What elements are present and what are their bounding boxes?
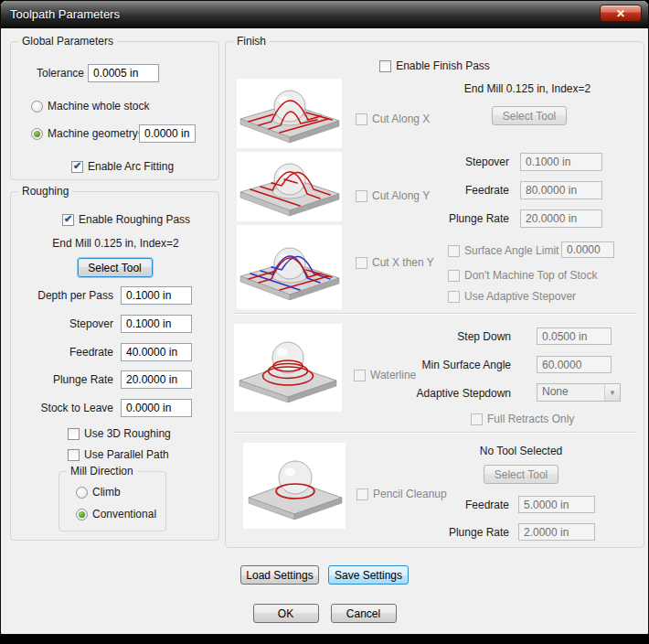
roughing-title: Roughing: [18, 185, 72, 199]
tolerance-input[interactable]: [88, 64, 159, 82]
surface-angle-limit-checkbox[interactable]: Surface Angle Limit: [448, 243, 559, 258]
dont-machine-top-checkbox[interactable]: Don't Machine Top of Stock: [448, 268, 597, 283]
cut-x-then-y-label: Cut X then Y: [372, 256, 434, 269]
finish-divider-2: [233, 432, 636, 434]
cancel-button[interactable]: Cancel: [331, 604, 397, 623]
mill-direction-group: Mill Direction Climb Conventional: [59, 471, 166, 531]
cut-along-x-preview: [237, 79, 342, 148]
cut-x-then-y-checkbox[interactable]: Cut X then Y: [356, 255, 434, 270]
finish-divider-1: [233, 313, 636, 315]
save-settings-button[interactable]: Save Settings: [328, 565, 409, 585]
tolerance-label: Tolerance: [37, 67, 84, 80]
roughing-plunge-rate-label: Plunge Rate: [11, 373, 113, 387]
roughing-plunge-rate-input[interactable]: [121, 370, 192, 389]
checkbox-box: [379, 60, 391, 72]
climb-radio[interactable]: Climb: [76, 485, 121, 499]
finish-stepover-label: Stepover: [381, 156, 509, 169]
pencil-plunge-rate-input[interactable]: [518, 523, 595, 541]
mill-direction-title: Mill Direction: [67, 465, 137, 478]
min-surface-angle-input[interactable]: [537, 356, 612, 373]
finish-tool-info: End Mill 0.125 in, Index=2: [409, 82, 646, 96]
load-settings-button[interactable]: Load Settings: [240, 565, 319, 585]
finish-select-tool-button[interactable]: Select Tool: [492, 106, 567, 125]
surface-angle-limit-label: Surface Angle Limit: [464, 244, 559, 257]
checkbox-box: [448, 245, 460, 257]
cut-along-x-label: Cut Along X: [372, 113, 430, 125]
finish-title: Finish: [233, 35, 270, 48]
cut-along-x-checkbox[interactable]: Cut Along X: [356, 112, 430, 126]
close-button[interactable]: ✕: [600, 5, 642, 22]
window-title: Toolpath Parameters: [10, 7, 120, 21]
full-retracts-only-checkbox[interactable]: Full Retracts Only: [471, 412, 574, 426]
title-bar[interactable]: Toolpath Parameters ✕: [1, 1, 648, 28]
enable-finish-pass-label: Enable Finish Pass: [396, 59, 490, 72]
checkbox-box: [448, 270, 460, 282]
step-down-label: Step Down: [363, 330, 511, 344]
radio-dot: [34, 131, 40, 137]
climb-label: Climb: [92, 486, 121, 499]
finish-stepover-input[interactable]: [520, 153, 602, 171]
pencil-plunge-rate-label: Plunge Rate: [381, 526, 509, 540]
finish-plunge-rate-input[interactable]: [520, 209, 602, 228]
enable-roughing-pass-checkbox[interactable]: ✔ Enable Roughing Pass: [62, 212, 190, 227]
pencil-feedrate-input[interactable]: [518, 496, 595, 513]
radio-dot: [79, 511, 85, 518]
min-surface-angle-label: Min Surface Angle: [363, 359, 511, 372]
pencil-select-tool-button[interactable]: Select Tool: [484, 465, 559, 484]
use-3d-roughing-checkbox[interactable]: Use 3D Roughing: [68, 426, 171, 441]
depth-per-pass-label: Depth per Pass: [11, 289, 113, 303]
enable-finish-pass-checkbox[interactable]: Enable Finish Pass: [379, 59, 490, 73]
adaptive-stepdown-label: Adaptive Stepdown: [363, 387, 511, 401]
check-icon: ✔: [64, 214, 72, 224]
machine-geometry-radio[interactable]: Machine geometry+: [31, 126, 144, 141]
roughing-feedrate-label: Feedrate: [11, 346, 113, 360]
machine-geometry-label: Machine geometry+: [48, 127, 144, 140]
stock-to-leave-label: Stock to Leave: [11, 402, 113, 415]
global-parameters-title: Global Parameters: [18, 35, 117, 48]
finish-feedrate-label: Feedrate: [381, 184, 509, 198]
checkbox-box: [356, 257, 367, 269]
waterline-preview: [234, 324, 342, 412]
depth-per-pass-input[interactable]: [121, 286, 192, 305]
checkbox-box: [471, 413, 483, 425]
radio-circle: [76, 509, 88, 521]
checkbox-box: [356, 113, 367, 125]
use-parallel-path-checkbox[interactable]: Use Parallel Path: [68, 447, 169, 462]
finish-feedrate-input[interactable]: [520, 181, 602, 199]
pencil-cleanup-preview: [243, 443, 346, 529]
surface-angle-limit-input[interactable]: [561, 242, 614, 258]
cut-x-then-y-image: [237, 225, 342, 309]
dialog-body: Global Parameters Tolerance Machine whol…: [3, 28, 646, 632]
machine-whole-stock-label: Machine whole stock: [48, 100, 149, 113]
dialog-window: Toolpath Parameters ✕ Global Parameters …: [0, 0, 649, 635]
chevron-down-icon: ▼: [604, 384, 620, 401]
full-retracts-only-label: Full Retracts Only: [487, 413, 574, 425]
cut-along-y-image: [237, 152, 342, 221]
checkbox-box: ✔: [71, 161, 83, 173]
roughing-feedrate-input[interactable]: [121, 343, 192, 361]
checkbox-box: ✔: [62, 214, 74, 226]
close-icon: ✕: [616, 7, 625, 20]
enable-arc-fitting-checkbox[interactable]: ✔ Enable Arc Fitting: [71, 159, 174, 174]
step-down-input[interactable]: [537, 327, 612, 345]
ok-button[interactable]: OK: [253, 604, 319, 623]
conventional-radio[interactable]: Conventional: [76, 507, 156, 521]
roughing-select-tool-button[interactable]: Select Tool: [78, 258, 153, 277]
checkbox-box: [356, 488, 368, 500]
adaptive-stepdown-select[interactable]: None ▼: [537, 383, 621, 402]
use-adaptive-stepover-checkbox[interactable]: Use Adaptive Stepover: [448, 289, 576, 304]
waterline-image: [234, 324, 342, 412]
enable-finish-pass-row: Enable Finish Pass: [226, 59, 644, 73]
roughing-stepover-input[interactable]: [121, 315, 192, 333]
machine-geometry-input[interactable]: [139, 124, 196, 143]
pencil-feedrate-label: Feedrate: [381, 499, 509, 512]
no-tool-selected-text: No Tool Selected: [411, 445, 631, 458]
machine-whole-stock-radio[interactable]: Machine whole stock: [31, 99, 149, 113]
roughing-stepover-label: Stepover: [11, 317, 113, 331]
checkbox-box: [356, 190, 367, 202]
use-3d-roughing-label: Use 3D Roughing: [84, 427, 171, 440]
enable-roughing-pass-label: Enable Roughing Pass: [79, 213, 190, 226]
cut-along-x-image: [237, 79, 342, 148]
finish-group: Finish Enable Finish Pass End Mill 0.125…: [225, 41, 644, 548]
stock-to-leave-input[interactable]: [121, 399, 192, 417]
